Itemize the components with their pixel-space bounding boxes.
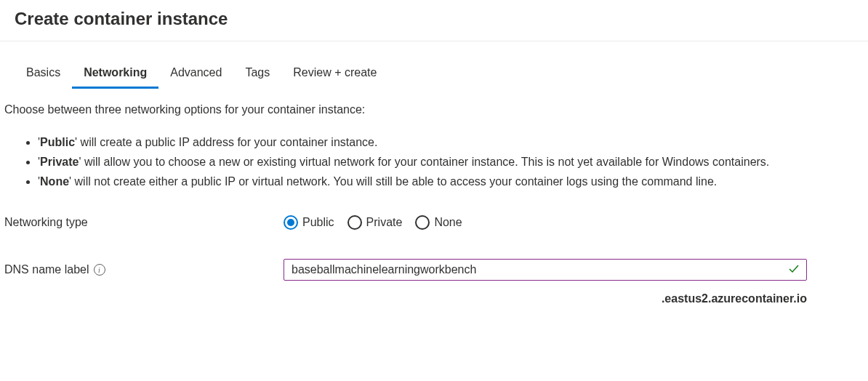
tab-review-create[interactable]: Review + create [281, 62, 388, 89]
dns-name-label: DNS name label i [4, 263, 284, 276]
radio-none-label: None [434, 216, 462, 229]
dns-suffix-row: .eastus2.azurecontainer.io [4, 288, 864, 305]
radio-private-label: Private [366, 216, 403, 229]
page-title: Create container instance [0, 0, 868, 41]
info-icon[interactable]: i [94, 264, 105, 276]
bullet-public: 'Public' will create a public IP address… [38, 134, 819, 152]
bullet-none: 'None' will not create either a public I… [38, 173, 819, 191]
tab-tags[interactable]: Tags [233, 62, 281, 89]
networking-type-label: Networking type [4, 216, 284, 229]
tab-networking[interactable]: Networking [72, 62, 158, 89]
checkmark-icon [788, 263, 800, 277]
row-networking-type: Networking type Public Private None [4, 208, 864, 237]
radio-none[interactable]: None [415, 215, 462, 230]
networking-type-radio-group: Public Private None [284, 215, 462, 230]
radio-public[interactable]: Public [284, 215, 334, 230]
option-descriptions: 'Public' will create a public IP address… [4, 134, 819, 190]
tabs-nav: Basics Networking Advanced Tags Review +… [4, 41, 864, 89]
radio-private[interactable]: Private [347, 215, 403, 230]
row-dns-name-label: DNS name label i [4, 252, 864, 288]
intro-text: Choose between three networking options … [4, 103, 864, 124]
bullet-private: 'Private' will allow you to choose a new… [38, 153, 819, 172]
tab-basics[interactable]: Basics [15, 62, 72, 89]
tab-advanced[interactable]: Advanced [158, 62, 233, 89]
radio-icon [347, 215, 362, 230]
dns-suffix: .eastus2.azurecontainer.io [284, 292, 807, 305]
radio-icon [415, 215, 430, 230]
dns-name-input[interactable] [284, 259, 807, 281]
radio-icon [284, 215, 298, 230]
radio-public-label: Public [302, 216, 334, 229]
